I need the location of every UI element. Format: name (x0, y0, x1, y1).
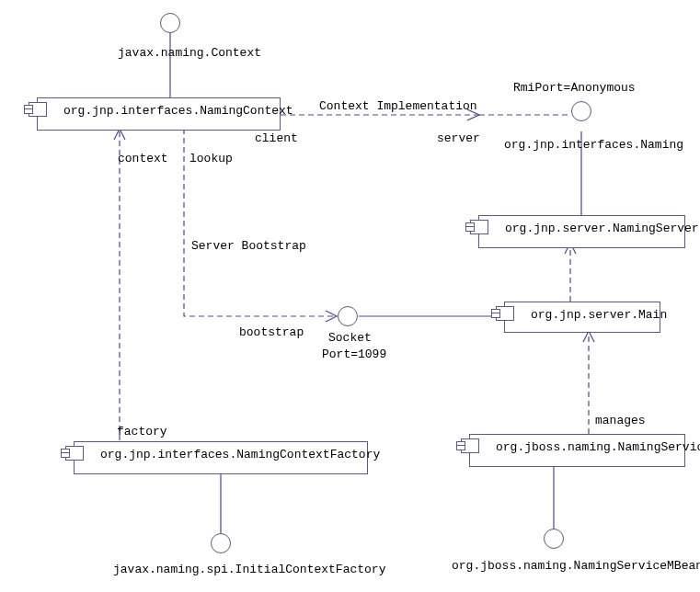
ncf-component: org.jnp.interfaces.NamingContextFactory (74, 441, 368, 474)
naming-context-label: org.jnp.interfaces.NamingContext (63, 104, 293, 118)
naming-server-component: org.jnp.server.NamingServer (478, 215, 685, 248)
client-role-label: client (255, 131, 298, 145)
mbean-interface-icon (544, 529, 564, 549)
naming-service-component: org.jboss.naming.NamingService (469, 434, 685, 467)
component-plug-icon (470, 220, 488, 234)
socket-port-label: Port=1099 (322, 347, 386, 361)
bootstrap-role-label: bootstrap (239, 325, 304, 339)
uml-diagram: javax.naming.Context org.jnp.interfaces.… (0, 0, 700, 592)
naming-context-component: org.jnp.interfaces.NamingContext (37, 97, 281, 131)
server-bootstrap-label: Server Bootstrap (191, 239, 306, 253)
main-label: org.jnp.server.Main (531, 308, 667, 322)
component-plug-icon (496, 306, 514, 321)
server-role-label: server (437, 131, 480, 145)
icf-interface-icon (211, 533, 231, 553)
naming-server-label: org.jnp.server.NamingServer (505, 222, 699, 235)
ncf-label: org.jnp.interfaces.NamingContextFactory (100, 448, 380, 461)
context-interface-icon (160, 13, 180, 33)
component-plug-icon (65, 446, 84, 461)
component-plug-icon (29, 102, 47, 117)
rmi-port-label: RmiPort=Anonymous (513, 81, 636, 95)
lookup-label: lookup (189, 152, 233, 165)
context-interface-label: javax.naming.Context (118, 46, 261, 60)
context-impl-label: Context Implementation (319, 99, 477, 113)
arrow-bootstrap (326, 311, 337, 322)
icf-label: javax.naming.spi.InitialContextFactory (113, 563, 385, 576)
naming-interface-label: org.jnp.interfaces.Naming (504, 138, 683, 152)
naming-service-label: org.jboss.naming.NamingService (496, 440, 700, 454)
factory-role-label: factory (117, 425, 167, 438)
context-role-label: context (118, 152, 168, 165)
manages-label: manages (595, 414, 646, 427)
main-component: org.jnp.server.Main (504, 302, 660, 333)
socket-interface-icon (338, 306, 358, 326)
naming-interface-icon (571, 101, 591, 121)
mbean-label: org.jboss.naming.NamingServiceMBean (452, 559, 700, 573)
component-plug-icon (461, 438, 479, 453)
socket-label: Socket (328, 331, 372, 345)
